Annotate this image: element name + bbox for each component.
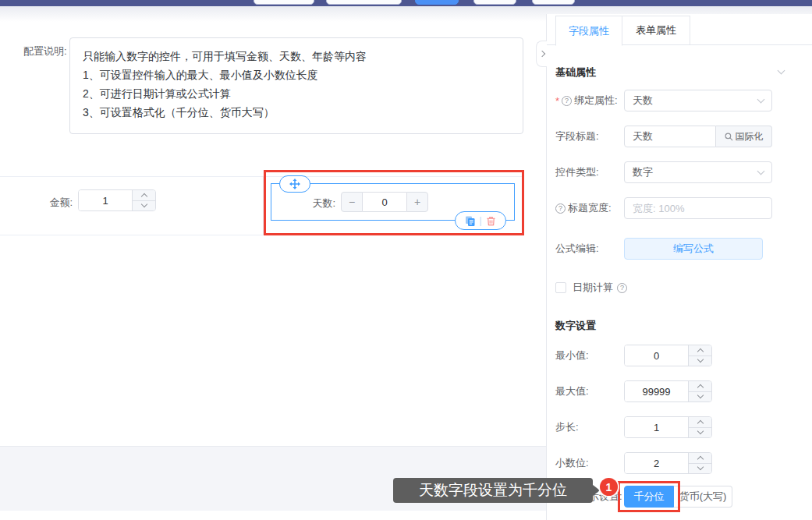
max-value-input[interactable] <box>625 381 688 401</box>
toolbar-button-partial[interactable] <box>473 0 516 5</box>
annotation-tooltip-arrow <box>593 485 600 496</box>
control-type-row: 控件类型: 数字 <box>555 161 772 183</box>
spinner-up-button[interactable] <box>689 417 711 427</box>
decimal-places-input[interactable] <box>625 453 688 473</box>
spinner-down-button[interactable] <box>689 427 711 438</box>
step-input[interactable] <box>625 417 688 437</box>
chevron-up-icon <box>697 348 703 355</box>
toolbar-button-partial-primary[interactable] <box>415 0 459 5</box>
spinner-up-button[interactable] <box>689 345 711 356</box>
max-value-number-input <box>624 380 712 402</box>
amount-number-input <box>78 189 156 211</box>
decimal-places-number-input <box>624 452 712 474</box>
canvas-bottom-strip <box>0 511 546 520</box>
bind-property-value: 天数 <box>633 94 653 108</box>
min-value-row: 最小值: <box>555 345 712 366</box>
question-circle-icon[interactable]: ? <box>555 203 566 214</box>
currency-uppercase-button[interactable]: 货币(大写) <box>674 486 732 508</box>
date-calc-checkbox[interactable] <box>555 282 566 293</box>
i18n-button-label: 国际化 <box>736 130 764 143</box>
spinner-down-button[interactable] <box>689 391 711 402</box>
bind-property-row: * ? 绑定属性: 天数 <box>555 90 772 111</box>
config-line: 2、可进行日期计算或公式计算 <box>83 84 510 103</box>
chevron-down-icon <box>697 356 703 363</box>
date-calc-label: 日期计算 <box>573 281 613 295</box>
question-circle-icon[interactable]: ? <box>562 96 572 106</box>
control-type-label: 控件类型: <box>555 165 624 179</box>
section-basic-properties: 基础属性 <box>555 65 596 80</box>
chevron-up-icon <box>697 456 703 462</box>
config-line: 3、可设置格式化（千分位、货币大写） <box>83 103 510 122</box>
chevron-down-icon <box>697 392 703 398</box>
decimal-places-row: 小数位: <box>555 452 712 474</box>
top-toolbar <box>0 0 812 6</box>
form-designer-screen: 配置说明: 只能输入数字的控件，可用于填写金额、天数、年龄等内容 1、可设置控件… <box>0 0 812 520</box>
config-description-label: 配置说明: <box>23 44 67 58</box>
date-calc-row: 日期计算 ? <box>555 277 627 299</box>
amount-spinner-up-button[interactable] <box>133 190 155 200</box>
control-type-value: 数字 <box>633 165 653 179</box>
annotation-badge-1: 1 <box>600 478 618 496</box>
amount-input[interactable] <box>79 190 132 210</box>
field-title-row: 字段标题: 国际化 <box>555 126 772 147</box>
spinner-down-button[interactable] <box>689 463 711 474</box>
toolbar-button-partial[interactable] <box>254 0 314 5</box>
chevron-up-icon <box>697 384 703 391</box>
title-width-label: 标题宽度: <box>568 201 612 215</box>
section-number-settings: 数字设置 <box>555 319 596 333</box>
decimal-places-label: 小数位: <box>555 456 624 470</box>
amount-field-label: 金额: <box>43 196 73 210</box>
annotation-tooltip: 天数字段设置为千分位 <box>393 478 593 503</box>
chevron-down-icon <box>697 428 703 434</box>
config-description-box[interactable]: 只能输入数字的控件，可用于填写金额、天数、年龄等内容 1、可设置控件输入的最大、… <box>69 37 523 134</box>
config-line: 只能输入数字的控件，可用于填写金额、天数、年龄等内容 <box>83 47 510 65</box>
search-icon <box>725 133 733 141</box>
control-type-select[interactable]: 数字 <box>624 161 772 183</box>
spinner-up-button[interactable] <box>689 453 711 463</box>
min-value-input[interactable] <box>625 345 688 366</box>
toolbar-button-partial[interactable] <box>532 0 575 5</box>
field-title-input[interactable] <box>624 126 716 147</box>
spinner-up-button[interactable] <box>689 381 711 391</box>
max-value-row: 最大值: <box>555 380 712 402</box>
annotation-box-thousands-button <box>618 481 680 512</box>
write-formula-button[interactable]: 编写公式 <box>624 238 763 260</box>
amount-spinner-down-button[interactable] <box>133 200 155 211</box>
toolbar-button-partial[interactable] <box>326 0 402 5</box>
chevron-down-icon <box>140 201 147 207</box>
spinner-down-button[interactable] <box>689 356 711 366</box>
formula-row: 公式编辑: 编写公式 <box>555 238 763 260</box>
step-label: 步长: <box>555 420 624 434</box>
title-width-input[interactable] <box>624 197 772 219</box>
chevron-up-icon <box>140 193 147 200</box>
chevron-right-icon <box>538 51 544 57</box>
i18n-button[interactable]: 国际化 <box>716 126 772 147</box>
chevron-up-icon <box>697 420 703 426</box>
annotation-box-days-field <box>264 170 524 235</box>
min-value-label: 最小值: <box>555 348 624 363</box>
panel-collapse-handle[interactable] <box>536 41 547 67</box>
required-mark: * <box>555 95 559 107</box>
field-title-label: 字段标题: <box>555 129 624 143</box>
min-value-number-input <box>624 345 712 366</box>
tab-field-properties[interactable]: 字段属性 <box>555 16 622 46</box>
tab-form-properties[interactable]: 表单属性 <box>622 16 690 45</box>
step-row: 步长: <box>555 416 712 438</box>
bind-property-label: 绑定属性: <box>574 94 618 108</box>
amount-spinner <box>132 190 155 210</box>
max-value-label: 最大值: <box>555 384 624 398</box>
bind-property-select[interactable]: 天数 <box>624 90 772 111</box>
config-line: 1、可设置控件输入的最大、最小值及小数位长度 <box>83 65 510 84</box>
chevron-down-icon <box>697 464 703 470</box>
question-circle-icon[interactable]: ? <box>617 283 627 293</box>
title-width-row: ? 标题宽度: <box>555 197 772 219</box>
step-number-input <box>624 416 712 438</box>
chevron-down-icon <box>757 168 765 175</box>
chevron-down-icon <box>757 96 765 104</box>
formula-label: 公式编辑: <box>555 242 624 256</box>
